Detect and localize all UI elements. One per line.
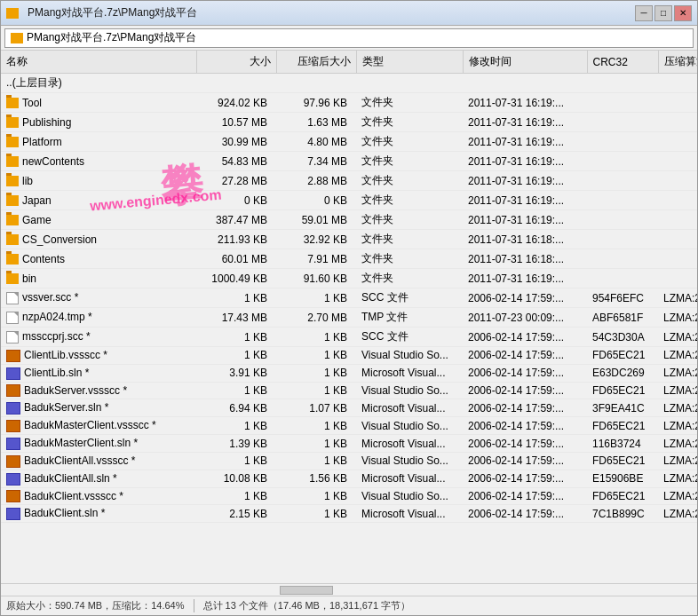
file-crc32	[587, 93, 658, 113]
table-row[interactable]: BadukClientAll.sln * 10.08 KB 1.56 KB Mi…	[1, 470, 697, 487]
file-type: 文件夹	[356, 152, 463, 171]
table-row[interactable]: Tool 924.02 KB 97.96 KB 文件夹 2011-07-31 1…	[1, 93, 697, 113]
file-compression: LZMA:24	[658, 288, 697, 308]
file-crc32	[587, 152, 658, 171]
table-row[interactable]: BadukClient.sln * 2.15 KB 1 KB Microsoft…	[1, 505, 697, 523]
minimize-button[interactable]: ─	[635, 5, 653, 21]
col-size[interactable]: 大小	[196, 51, 276, 74]
file-comp-size: 7.91 MB	[276, 249, 356, 269]
file-compression: LZMA:24	[658, 487, 697, 505]
maximize-button[interactable]: □	[654, 5, 672, 21]
file-modified: 2006-02-14 17:59:...	[463, 364, 587, 382]
table-row[interactable]: bin 1000.49 KB 91.60 KB 文件夹 2011-07-31 1…	[1, 269, 697, 288]
scroll-area[interactable]: 攀 www.enginedx.com 名称 大小 压缩后大小 类型 修改时间 C…	[1, 51, 697, 583]
address-bar[interactable]: PMang对战平台.7z\PMang对战平台	[4, 28, 694, 48]
file-type: TMP 文件	[356, 308, 463, 328]
file-comp-size: 0 KB	[276, 191, 356, 210]
col-compression[interactable]: 压缩算法	[658, 51, 697, 74]
col-crc32[interactable]: CRC32	[587, 51, 658, 74]
file-comp-size: 32.92 KB	[276, 230, 356, 249]
folder-icon	[6, 195, 19, 206]
h-scroll-thumb[interactable]	[280, 586, 333, 595]
file-name: ClientLib.sln *	[1, 364, 196, 382]
table-row[interactable]: newContents 54.83 MB 7.34 MB 文件夹 2011-07…	[1, 152, 697, 171]
table-row[interactable]: BadukClientAll.vssscc * 1 KB 1 KB Visual…	[1, 452, 697, 470]
table-row[interactable]: CS_Conversion 211.93 KB 32.92 KB 文件夹 201…	[1, 230, 697, 249]
file-modified: 2011-07-31 16:18:...	[463, 249, 587, 269]
status-right: 总计 13 个文件（17.46 MB，18,311,671 字节）	[203, 599, 692, 612]
main-window: PMang对战平台.7z\PMang对战平台 ─ □ ✕ PMang对战平台.7…	[0, 0, 698, 616]
file-type: Visual Studio So...	[356, 417, 463, 435]
table-row[interactable]: BadukClient.vssscc * 1 KB 1 KB Visual St…	[1, 487, 697, 505]
table-row[interactable]: ClientLib.vssscc * 1 KB 1 KB Visual Stud…	[1, 347, 697, 365]
file-modified: 2011-07-31 16:19:...	[463, 132, 587, 152]
file-modified: 2011-07-31 16:19:...	[463, 210, 587, 230]
table-row[interactable]: BadukServer.vssscc * 1 KB 1 KB Visual St…	[1, 382, 697, 399]
file-type: Microsoft Visual...	[356, 435, 463, 453]
table-row[interactable]: BadukMasterClient.vssscc * 1 KB 1 KB Vis…	[1, 417, 697, 435]
table-row[interactable]: mssccprj.scc * 1 KB 1 KB SCC 文件 2006-02-…	[1, 328, 697, 347]
table-row[interactable]: lib 27.28 MB 2.88 MB 文件夹 2011-07-31 16:1…	[1, 171, 697, 191]
file-comp-size: 1 KB	[276, 452, 356, 470]
folder-icon	[6, 117, 19, 128]
file-name: BadukClient.vssscc *	[1, 487, 196, 505]
file-name: BadukMasterClient.sln *	[1, 435, 196, 453]
file-modified: 2011-07-23 00:09:...	[463, 308, 587, 328]
file-comp-size: 2.70 MB	[276, 308, 356, 328]
table-row[interactable]: Contents 60.01 MB 7.91 MB 文件夹 2011-07-31…	[1, 249, 697, 269]
table-row[interactable]: Platform 30.99 MB 4.80 MB 文件夹 2011-07-31…	[1, 132, 697, 152]
file-compression: LZMA:24	[658, 382, 697, 399]
content-container: 攀 www.enginedx.com 名称 大小 压缩后大小 类型 修改时间 C…	[1, 51, 697, 596]
table-row[interactable]: Game 387.47 MB 59.01 MB 文件夹 2011-07-31 1…	[1, 210, 697, 230]
table-row[interactable]: vssver.scc * 1 KB 1 KB SCC 文件 2006-02-14…	[1, 288, 697, 308]
file-crc32	[587, 210, 658, 230]
horizontal-scrollbar[interactable]	[1, 583, 697, 596]
file-type: Visual Studio So...	[356, 347, 463, 365]
file-name: nzpA024.tmp *	[1, 308, 196, 328]
file-type: 文件夹	[356, 269, 463, 288]
file-type: SCC 文件	[356, 328, 463, 347]
close-button[interactable]: ✕	[674, 5, 692, 21]
file-type: 文件夹	[356, 113, 463, 132]
file-modified: 2006-02-14 17:59:...	[463, 382, 587, 399]
file-comp-size: 1.07 KB	[276, 399, 356, 417]
file-crc32	[587, 269, 658, 288]
table-row[interactable]: ClientLib.sln * 3.91 KB 1 KB Microsoft V…	[1, 364, 697, 382]
file-name: BadukServer.sln *	[1, 399, 196, 417]
col-compressed[interactable]: 压缩后大小	[276, 51, 356, 74]
file-size: 3.91 KB	[196, 364, 276, 382]
file-size: 17.43 MB	[196, 308, 276, 328]
title-icon	[6, 8, 19, 19]
file-modified: 2011-07-31 16:19:...	[463, 171, 587, 191]
table-row[interactable]: Publishing 10.57 MB 1.63 MB 文件夹 2011-07-…	[1, 113, 697, 132]
table-row[interactable]: Japan 0 KB 0 KB 文件夹 2011-07-31 16:19:...	[1, 191, 697, 210]
file-size: 10.08 KB	[196, 470, 276, 487]
parent-dir-row[interactable]: ..(上层目录)	[1, 74, 697, 93]
file-comp-size: 1 KB	[276, 417, 356, 435]
file-name: Tool	[1, 93, 196, 113]
col-name[interactable]: 名称	[1, 51, 196, 74]
table-row[interactable]: nzpA024.tmp * 17.43 MB 2.70 MB TMP 文件 20…	[1, 308, 697, 328]
file-crc32: E15906BE	[587, 470, 658, 487]
col-type[interactable]: 类型	[356, 51, 463, 74]
file-size: 30.99 MB	[196, 132, 276, 152]
file-crc32: 7C1B899C	[587, 505, 658, 523]
file-icon	[6, 292, 19, 304]
file-name: lib	[1, 171, 196, 191]
table-row[interactable]: BadukServer.sln * 6.94 KB 1.07 KB Micros…	[1, 399, 697, 417]
file-type: Microsoft Visual...	[356, 470, 463, 487]
file-icon	[6, 312, 19, 324]
file-modified: 2006-02-14 17:59:...	[463, 435, 587, 453]
file-icon	[6, 331, 19, 344]
file-size: 1 KB	[196, 487, 276, 505]
file-size: 2.15 KB	[196, 505, 276, 523]
file-compression	[658, 93, 697, 113]
file-type: 文件夹	[356, 230, 463, 249]
file-comp-size: 97.96 KB	[276, 93, 356, 113]
table-row[interactable]: BadukMasterClient.sln * 1.39 KB 1 KB Mic…	[1, 435, 697, 453]
file-comp-size: 4.80 MB	[276, 132, 356, 152]
file-size: 10.57 MB	[196, 113, 276, 132]
vssscc-icon	[6, 420, 20, 432]
file-name: mssccprj.scc *	[1, 328, 196, 347]
col-modified[interactable]: 修改时间	[463, 51, 587, 74]
